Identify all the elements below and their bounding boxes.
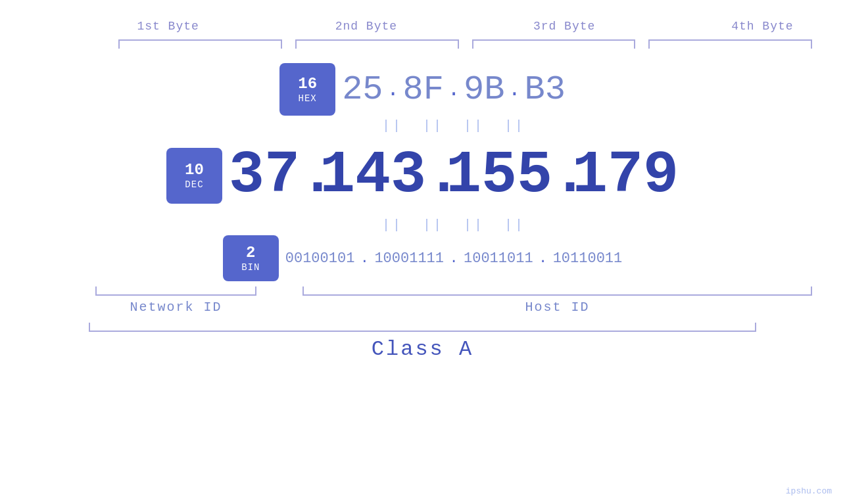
host-bracket-container (296, 286, 819, 296)
eq-spacer-3 (485, 118, 504, 133)
hex-dot-1: . (383, 78, 403, 102)
dec-dot-3: . (552, 142, 572, 209)
top-bracket-1 (112, 39, 289, 50)
byte-header-2: 2nd Byte (267, 20, 465, 33)
host-id-label: Host ID (296, 300, 819, 315)
bin-val-1: 00100101 (285, 250, 355, 267)
bin-row: 2 BIN 00100101 . 10001111 . 10011011 . 1… (223, 235, 623, 281)
hex-badge-label: HEX (299, 93, 317, 104)
main-container: 1st Byte 2nd Byte 3rd Byte 4th Byte 16 H… (0, 0, 845, 504)
network-id-label: Network ID (89, 300, 263, 315)
hex-val-1: 25 (342, 70, 383, 109)
dec-row: 10 DEC 37 . 143 . 155 . 179 (166, 136, 679, 215)
dec-val-2: 143 (320, 146, 426, 205)
eq-spacer-5 (444, 218, 464, 233)
eq-spacer-4 (403, 218, 423, 233)
equals-2-2: || (423, 218, 444, 233)
class-bracket (89, 323, 756, 332)
hex-val-2: 8F (403, 70, 444, 109)
bin-dot-2: . (444, 250, 464, 267)
dec-dot-2: . (426, 142, 446, 209)
hex-row: 16 HEX 25 . 8F . 9B . B3 (279, 63, 566, 116)
byte-header-4: 4th Byte (664, 20, 845, 33)
equals-2-1: || (382, 218, 403, 233)
eq-spacer-2 (444, 118, 464, 133)
eq-spacer-6 (485, 218, 504, 233)
byte-header-1: 1st Byte (69, 20, 267, 33)
bin-dot-3: . (533, 250, 553, 267)
dec-val-4: 179 (572, 146, 679, 205)
host-bracket-line (302, 286, 812, 296)
hex-val-4: B3 (524, 70, 565, 109)
equals-row-2: || || || || (382, 218, 525, 233)
equals-1-4: || (504, 118, 525, 133)
equals-1-1: || (382, 118, 403, 133)
bin-badge-label: BIN (241, 262, 260, 273)
top-brackets (112, 39, 819, 50)
bin-val-4: 10110011 (553, 250, 623, 267)
eq-spacer-1 (403, 118, 423, 133)
dec-badge-label: DEC (185, 179, 203, 190)
bin-dot-1: . (354, 250, 374, 267)
bin-values: 00100101 . 10001111 . 10011011 . 1011001… (285, 250, 623, 267)
equals-2-4: || (504, 218, 525, 233)
label-gap (263, 300, 296, 315)
dec-val-3: 155 (446, 146, 552, 205)
top-bracket-3 (466, 39, 642, 50)
hex-values: 25 . 8F . 9B . B3 (342, 70, 566, 109)
bracket-line-4 (648, 39, 812, 49)
bottom-brackets (89, 286, 819, 296)
bracket-line-2 (295, 39, 459, 49)
dec-badge-number: 10 (185, 161, 204, 180)
equals-1-3: || (464, 118, 485, 133)
top-bracket-4 (642, 39, 819, 50)
bracket-line-3 (472, 39, 636, 49)
class-section: Class A (26, 323, 819, 361)
hex-dot-2: . (444, 78, 464, 102)
byte-headers: 1st Byte 2nd Byte 3rd Byte 4th Byte (69, 20, 845, 33)
byte-header-3: 3rd Byte (466, 20, 664, 33)
equals-2-3: || (464, 218, 485, 233)
hex-dot-3: . (504, 78, 524, 102)
bin-badge: 2 BIN (223, 235, 279, 281)
class-label: Class A (26, 337, 819, 361)
dec-dot-1: . (300, 142, 320, 209)
equals-row-1: || || || || (382, 118, 525, 133)
equals-1-2: || (423, 118, 444, 133)
watermark: ipshu.com (786, 486, 832, 496)
bracket-line-1 (118, 39, 282, 49)
dec-values: 37 . 143 . 155 . 179 (229, 142, 679, 209)
network-bracket-container (89, 286, 263, 296)
hex-badge-number: 16 (298, 75, 317, 94)
bin-badge-number: 2 (246, 244, 255, 263)
labels-row: Network ID Host ID (89, 300, 819, 315)
bin-val-3: 10011011 (464, 250, 533, 267)
dec-val-1: 37 (229, 146, 300, 205)
dec-badge: 10 DEC (166, 148, 222, 204)
hex-val-3: 9B (464, 70, 504, 109)
bin-val-2: 10001111 (374, 250, 444, 267)
top-bracket-2 (289, 39, 466, 50)
network-bracket-line (95, 286, 256, 296)
hex-badge: 16 HEX (279, 63, 335, 116)
bracket-gap-1 (263, 286, 296, 296)
